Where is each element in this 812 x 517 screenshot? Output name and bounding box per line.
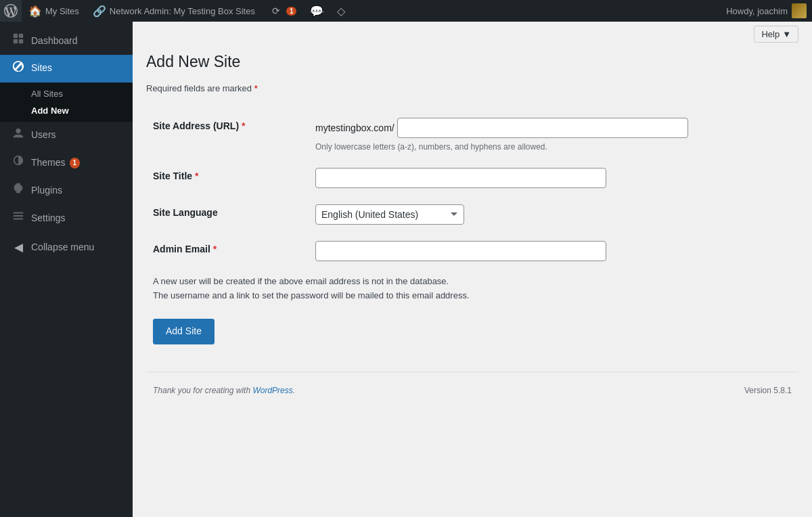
notice-text: A new user will be created if the above … [146, 275, 798, 303]
required-notice: Required fields are marked * [146, 83, 798, 93]
site-address-field-cell: mytestingbox.com/ Only lowercase letters… [309, 110, 798, 160]
help-label: Help [761, 29, 780, 39]
dashboard-icon [11, 32, 26, 49]
plugins-label: Plugins [31, 184, 62, 198]
all-sites-label: All Sites [31, 89, 63, 99]
submenu-all-sites[interactable]: All Sites [0, 85, 133, 102]
site-address-label: Site Address (URL) * [153, 120, 245, 131]
admin-email-input[interactable] [315, 241, 606, 261]
add-new-label: Add New [31, 106, 69, 116]
sites-submenu: All Sites Add New [0, 83, 133, 122]
collapse-icon: ◀ [11, 240, 26, 254]
admin-bar: 🏠 My Sites 🔗 Network Admin: My Testing B… [0, 0, 812, 22]
collapse-label: Collapse menu [31, 242, 94, 252]
user-greeting: Howdy, joachim [726, 6, 788, 16]
collapse-menu-button[interactable]: ◀ Collapse menu [0, 235, 133, 260]
my-sites-label: My Sites [45, 6, 79, 16]
updates-icon: ⟳ [272, 5, 280, 16]
url-prefix: mytestingbox.com/ [315, 122, 397, 133]
plugins-icon [11, 182, 26, 199]
my-sites-menu[interactable]: 🏠 My Sites [22, 0, 86, 22]
help-chevron-icon: ▼ [782, 29, 791, 39]
comments-menu[interactable]: 💬 [303, 0, 330, 22]
network-icon: 🔗 [93, 5, 106, 18]
admin-email-star: * [213, 244, 217, 254]
site-address-row: Site Address (URL) * mytestingbox.com/ O… [146, 110, 798, 160]
site-title-label-cell: Site Title * [146, 160, 309, 196]
sidebar-item-themes[interactable]: Themes 1 [0, 149, 133, 177]
comments-icon: 💬 [310, 5, 323, 18]
site-title-row: Site Title * [146, 160, 798, 196]
wp-logo[interactable] [0, 0, 22, 22]
svg-rect-3 [19, 39, 23, 43]
notice-line2: The username and a link to set the passw… [153, 289, 792, 303]
site-language-row: Site Language English (United States) [146, 196, 798, 233]
footer-credit: Thank you for creating with WordPress. [153, 386, 295, 395]
network-admin-label: Network Admin: My Testing Box Sites [110, 6, 255, 16]
sidebar-item-users[interactable]: Users [0, 122, 133, 150]
help-button[interactable]: Help ▼ [754, 26, 798, 43]
url-description: Only lowercase letters (a-z), numbers, a… [315, 142, 792, 152]
add-site-button[interactable]: Add Site [153, 319, 215, 344]
svg-rect-0 [14, 34, 18, 38]
footer-thank-you: Thank you for creating with [153, 386, 252, 395]
themes-label: Themes [31, 156, 66, 170]
svg-rect-1 [19, 34, 23, 38]
site-title-field-cell [309, 160, 798, 196]
site-title-input[interactable] [315, 168, 606, 188]
site-language-field-cell: English (United States) [309, 196, 798, 233]
updates-count: 1 [286, 7, 297, 16]
notice-line1: A new user will be created if the above … [153, 275, 792, 289]
page-header: Help ▼ [146, 22, 798, 47]
required-notice-text: Required fields are marked [146, 83, 252, 93]
sidebar-item-dashboard[interactable]: Dashboard [0, 27, 133, 55]
sidebar: Dashboard Sites All Sites Add New [0, 22, 133, 517]
admin-email-label-cell: Admin Email * [146, 233, 309, 269]
add-site-form: Site Address (URL) * mytestingbox.com/ O… [146, 110, 798, 269]
footer-period: . [293, 386, 295, 395]
sites-label: Sites [31, 62, 52, 75]
settings-label: Settings [31, 212, 66, 225]
sites-icon [11, 60, 26, 77]
page-title: Add New Site [146, 52, 798, 72]
network-admin-menu[interactable]: 🔗 Network Admin: My Testing Box Sites [86, 0, 262, 22]
settings-icon [11, 210, 26, 227]
submit-area: Add Site [146, 319, 798, 344]
footer-wordpress-link[interactable]: WordPress [252, 386, 292, 395]
themes-badge: 1 [70, 158, 81, 168]
updates-menu[interactable]: ⟳ 1 [262, 0, 304, 22]
themes-icon [11, 154, 26, 171]
footer: Thank you for creating with WordPress. V… [146, 372, 798, 395]
admin-email-row: Admin Email * [146, 233, 798, 269]
diamond-icon: ◇ [337, 5, 345, 18]
footer-version: Version 5.8.1 [744, 386, 792, 395]
submenu-add-new[interactable]: Add New [0, 102, 133, 119]
site-title-label: Site Title * [153, 171, 198, 181]
site-language-select[interactable]: English (United States) [315, 204, 464, 225]
site-address-input[interactable] [397, 118, 688, 138]
sidebar-item-sites[interactable]: Sites [0, 55, 133, 83]
site-address-star: * [242, 120, 245, 131]
users-icon [11, 127, 26, 144]
site-address-label-cell: Site Address (URL) * [146, 110, 309, 160]
avatar [792, 3, 807, 18]
admin-email-field-cell [309, 233, 798, 269]
sidebar-item-settings[interactable]: Settings [0, 204, 133, 232]
dashboard-label: Dashboard [31, 35, 78, 48]
required-star: * [254, 83, 258, 93]
url-wrapper: mytestingbox.com/ [315, 118, 792, 138]
site-language-label-cell: Site Language [146, 196, 309, 233]
admin-email-label: Admin Email * [153, 244, 217, 254]
site-title-star: * [195, 171, 198, 181]
site-language-label: Site Language [153, 207, 218, 218]
svg-rect-2 [14, 39, 18, 43]
new-content-menu[interactable]: ◇ [330, 0, 352, 22]
user-menu[interactable]: Howdy, joachim [726, 3, 812, 18]
main-content: Help ▼ Add New Site Required fields are … [133, 22, 812, 517]
sidebar-item-plugins[interactable]: Plugins [0, 177, 133, 204]
users-label: Users [31, 129, 56, 142]
